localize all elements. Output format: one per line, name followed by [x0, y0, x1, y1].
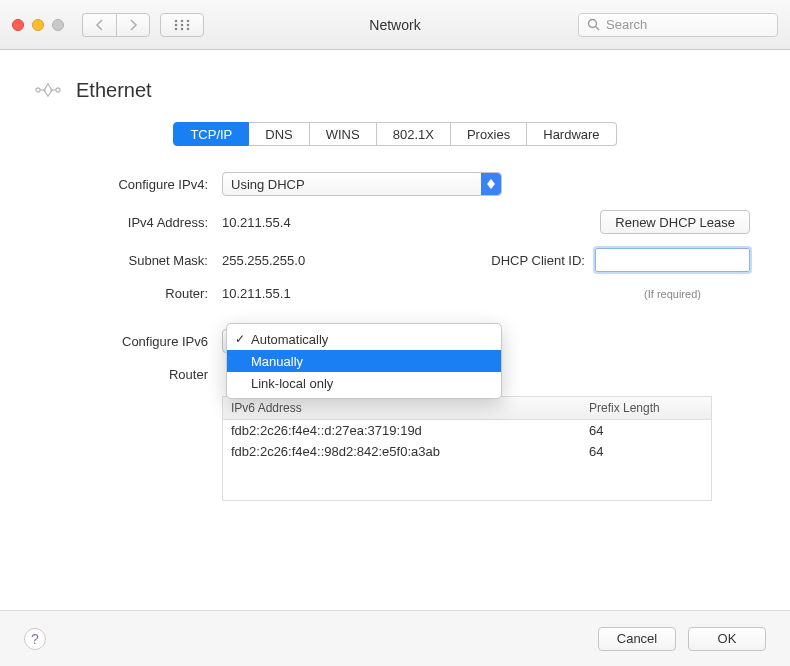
help-icon: ?: [31, 631, 39, 647]
show-all-button[interactable]: [160, 13, 204, 37]
ok-button[interactable]: OK: [688, 627, 766, 651]
svg-point-11: [36, 88, 40, 92]
tab-dns[interactable]: DNS: [249, 122, 309, 146]
col-header-ipv6-address[interactable]: IPv6 Address: [223, 397, 581, 419]
tab-wins[interactable]: WINS: [310, 122, 377, 146]
configure-ipv4-select[interactable]: Using DHCP: [222, 172, 502, 196]
menu-item-link-local-only[interactable]: Link-local only: [227, 372, 501, 394]
configure-ipv4-value: Using DHCP: [231, 177, 305, 192]
tab-tcpip[interactable]: TCP/IP: [173, 122, 249, 146]
svg-point-3: [175, 23, 178, 26]
tab-proxies[interactable]: Proxies: [451, 122, 527, 146]
settings-form: Configure IPv4: Using DHCP IPv4 Address:…: [34, 172, 756, 501]
search-placeholder: Search: [606, 17, 647, 32]
interface-header: Ethernet: [34, 76, 756, 104]
configure-ipv6-menu: AutomaticallyManuallyLink-local only: [226, 323, 502, 399]
window-controls: [12, 19, 64, 31]
table-row[interactable]: fdb2:2c26:f4e4::98d2:842:e5f0:a3ab64: [223, 441, 711, 462]
ipv6-address-cell: fdb2:2c26:f4e4::d:27ea:3719:19d: [223, 420, 581, 441]
chevron-up-down-icon: [481, 173, 501, 195]
content-pane: Ethernet TCP/IPDNSWINS802.1XProxiesHardw…: [0, 50, 790, 666]
cancel-button[interactable]: Cancel: [598, 627, 676, 651]
svg-point-4: [181, 23, 184, 26]
ethernet-icon: [34, 76, 62, 104]
zoom-window-button: [52, 19, 64, 31]
svg-point-1: [181, 19, 184, 22]
svg-line-10: [596, 27, 600, 31]
ipv4-address-value: 10.211.55.4: [222, 215, 291, 230]
ipv6-address-table: IPv6 Address Prefix Length fdb2:2c26:f4e…: [222, 396, 712, 501]
configure-ipv6-label: Configure IPv6: [40, 334, 222, 349]
configure-ipv4-label: Configure IPv4:: [40, 177, 222, 192]
close-window-button[interactable]: [12, 19, 24, 31]
search-icon: [587, 18, 600, 31]
svg-point-0: [175, 19, 178, 22]
tab-8021x[interactable]: 802.1X: [377, 122, 451, 146]
search-field[interactable]: Search: [578, 13, 778, 37]
svg-point-7: [181, 27, 184, 30]
nav-buttons: [82, 13, 150, 37]
svg-point-6: [175, 27, 178, 30]
menu-item-manually[interactable]: Manually: [227, 350, 501, 372]
dhcp-client-id-label: DHCP Client ID:: [491, 253, 585, 268]
table-row[interactable]: fdb2:2c26:f4e4::d:27ea:3719:19d64: [223, 420, 711, 441]
svg-point-2: [187, 19, 190, 22]
dhcp-client-id-input[interactable]: [595, 248, 750, 272]
tab-bar: TCP/IPDNSWINS802.1XProxiesHardware: [34, 122, 756, 146]
table-header: IPv6 Address Prefix Length: [223, 397, 711, 420]
prefix-length-cell: 64: [581, 441, 711, 462]
chevron-right-icon: [129, 19, 138, 31]
minimize-window-button[interactable]: [32, 19, 44, 31]
svg-point-9: [589, 20, 597, 28]
renew-dhcp-button[interactable]: Renew DHCP Lease: [600, 210, 750, 234]
chevron-left-icon: [95, 19, 104, 31]
svg-point-8: [187, 27, 190, 30]
subnet-mask-label: Subnet Mask:: [40, 253, 222, 268]
help-button[interactable]: ?: [24, 628, 46, 650]
grid-icon: [174, 19, 190, 31]
tab-hardware[interactable]: Hardware: [527, 122, 616, 146]
col-header-prefix-length[interactable]: Prefix Length: [581, 397, 711, 419]
toolbar: Network Search: [0, 0, 790, 50]
footer: ? Cancel OK: [0, 610, 790, 666]
ipv6-router-label: Router: [40, 367, 222, 382]
menu-item-automatically[interactable]: Automatically: [227, 328, 501, 350]
ipv4-address-label: IPv4 Address:: [40, 215, 222, 230]
svg-point-12: [56, 88, 60, 92]
interface-name: Ethernet: [76, 79, 152, 102]
router-label: Router:: [40, 286, 222, 301]
svg-point-5: [187, 23, 190, 26]
router-value: 10.211.55.1: [222, 286, 291, 301]
prefix-length-cell: 64: [581, 420, 711, 441]
ipv6-address-cell: fdb2:2c26:f4e4::98d2:842:e5f0:a3ab: [223, 441, 581, 462]
subnet-mask-value: 255.255.255.0: [222, 253, 305, 268]
dhcp-client-hint: (If required): [595, 288, 750, 300]
forward-button: [116, 13, 150, 37]
back-button[interactable]: [82, 13, 116, 37]
